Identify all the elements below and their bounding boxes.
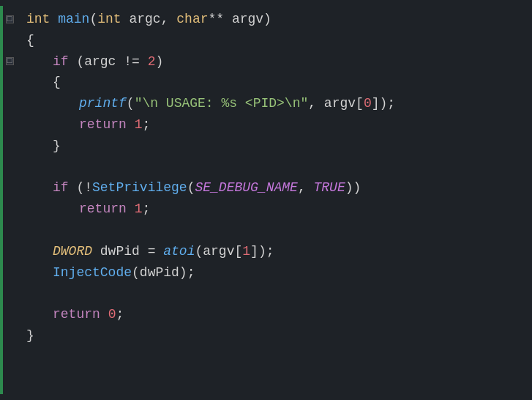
- token: 0: [364, 93, 372, 114]
- token: argc,: [121, 9, 177, 30]
- token: [127, 114, 135, 136]
- fold-marker[interactable]: □: [3, 51, 16, 73]
- fold-marker: [3, 114, 16, 136]
- indent-guide: [16, 6, 26, 394]
- token: (dwPid);: [132, 262, 195, 284]
- token: {: [53, 72, 61, 93]
- token: 0: [108, 304, 116, 325]
- fold-marker: [3, 177, 16, 199]
- token: SE_DEBUG_NAME: [195, 177, 297, 199]
- code-line: return 1;: [26, 114, 525, 136]
- fold-marker: [3, 325, 16, 347]
- token: ): [155, 51, 163, 73]
- fold-marker: [3, 220, 16, 241]
- fold-marker[interactable]: □: [3, 9, 16, 30]
- fold-marker: [3, 262, 16, 284]
- token: printf: [79, 93, 127, 114]
- token: (: [187, 177, 195, 199]
- token: (: [127, 93, 135, 114]
- token: ;: [142, 114, 150, 136]
- code-line: InjectCode(dwPid);: [26, 262, 525, 284]
- token: InjectCode: [53, 262, 132, 284]
- token: (argv[: [195, 241, 242, 262]
- code-line: if (argc != 2): [26, 51, 525, 73]
- token: (: [89, 9, 97, 30]
- token: [50, 9, 58, 30]
- code-line: return 0;: [26, 304, 525, 325]
- fold-marker: [3, 241, 16, 262]
- code-line: {: [26, 30, 525, 51]
- token: 1: [135, 199, 143, 220]
- token: return: [79, 114, 127, 136]
- token: SetPrivilege: [92, 177, 187, 199]
- token: if: [53, 51, 69, 73]
- token: atoi: [163, 241, 195, 262]
- token: DWORD: [53, 241, 92, 262]
- token: ]);: [250, 241, 274, 262]
- token: , argv[: [308, 93, 364, 114]
- token: char: [176, 9, 208, 30]
- token: 2: [148, 51, 156, 73]
- token: 1: [242, 241, 250, 262]
- token: return: [53, 304, 100, 325]
- token: int: [26, 9, 50, 30]
- code-line: DWORD dwPid = atoi(argv[1]);: [26, 241, 525, 262]
- token: int: [97, 9, 121, 30]
- token: dwPid =: [92, 241, 163, 262]
- code-line: [26, 157, 525, 178]
- fold-marker: [3, 93, 16, 114]
- fold-gutter: □□: [3, 6, 16, 394]
- token: return: [79, 199, 127, 220]
- token: [100, 304, 108, 325]
- token: (!: [69, 177, 92, 199]
- code-lines: int main(int argc, char** argv){if (argc…: [26, 6, 532, 394]
- code-line: return 1;: [26, 199, 525, 220]
- code-line: }: [26, 136, 525, 157]
- code-line: [26, 220, 525, 241]
- token: ** argv): [209, 9, 271, 30]
- token: "\n USAGE: %s <PID>\n": [135, 93, 309, 114]
- fold-marker: [3, 136, 16, 157]
- token: }: [26, 325, 34, 347]
- fold-marker: [3, 304, 16, 325]
- fold-marker: [3, 199, 16, 220]
- code-line: }: [26, 325, 525, 347]
- token: main: [58, 9, 89, 30]
- fold-marker: [3, 30, 16, 51]
- code-line: [26, 283, 525, 304]
- token: if: [53, 177, 69, 199]
- token: (argc !=: [69, 51, 148, 73]
- fold-marker: [3, 157, 16, 178]
- token: }: [53, 136, 61, 157]
- fold-marker: [3, 72, 16, 93]
- token: TRUE: [314, 177, 345, 199]
- token: ;: [142, 199, 150, 220]
- token: ,: [298, 177, 314, 199]
- token: 1: [135, 114, 143, 136]
- token: {: [26, 30, 34, 51]
- code-line: int main(int argc, char** argv): [26, 9, 525, 30]
- token: ;: [116, 304, 124, 325]
- code-line: if (!SetPrivilege(SE_DEBUG_NAME, TRUE)): [26, 177, 525, 199]
- token: [127, 199, 135, 220]
- fold-marker: [3, 283, 16, 304]
- token: )): [345, 177, 361, 199]
- code-editor: □□ int main(int argc, char** argv){if (a…: [0, 0, 532, 400]
- code-line: {: [26, 72, 525, 93]
- code-line: printf("\n USAGE: %s <PID>\n", argv[0]);: [26, 93, 525, 114]
- token: ]);: [372, 93, 395, 114]
